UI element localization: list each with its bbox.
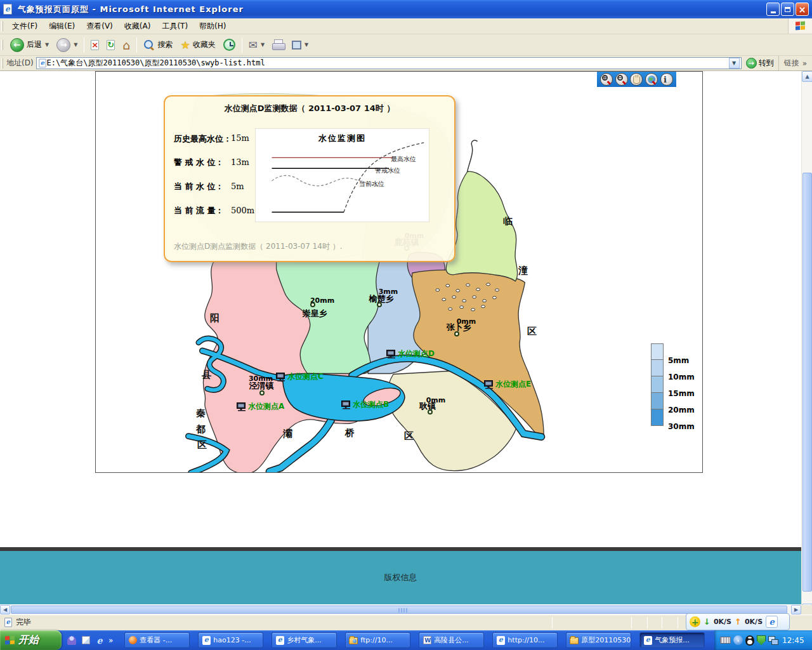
vertical-scroll-thumb[interactable]	[802, 173, 812, 592]
download-arrow-icon: ↓	[704, 617, 710, 627]
station-marker[interactable]: 水位测点E	[484, 379, 531, 390]
print-icon	[272, 41, 284, 51]
info-icon[interactable]: i	[660, 73, 673, 86]
district-label: 都	[196, 423, 206, 435]
pan-hand-icon[interactable]	[630, 73, 643, 86]
task-button-word-doc[interactable]: 高陵县公...	[419, 632, 484, 648]
zoom-out-icon[interactable]: −	[615, 73, 628, 86]
station-data-dialog[interactable]: 水位测点D监测数据（ 2011-03-07 14时 ） 历史最高水位： 15m …	[164, 95, 455, 262]
task-button-ftp[interactable]: ftp://10...	[345, 632, 410, 648]
forward-button[interactable]: → ▼	[53, 36, 81, 54]
favorites-label: 收藏夹	[193, 39, 216, 50]
minimize-button-icon[interactable]	[766, 3, 780, 16]
ie-widget-icon[interactable]: e	[766, 616, 778, 628]
full-extent-globe-icon[interactable]	[645, 73, 658, 86]
task-button-rural-weather[interactable]: 乡村气象...	[272, 632, 337, 648]
horizontal-scroll-thumb[interactable]	[11, 606, 787, 614]
menu-favorites[interactable]: 收藏(A)	[119, 19, 157, 34]
start-label: 开始	[18, 633, 39, 647]
go-button[interactable]: → 转到	[742, 58, 778, 69]
menu-tools[interactable]: 工具(T)	[156, 19, 193, 34]
back-dropdown-icon[interactable]: ▼	[45, 42, 49, 48]
address-dropdown-icon[interactable]: ▼	[729, 58, 740, 69]
search-button[interactable]: 搜索	[140, 37, 176, 53]
go-arrow-icon: →	[746, 58, 757, 69]
station-marker[interactable]: 水位测点C	[276, 371, 324, 382]
district-label: 区	[404, 430, 414, 442]
quick-launch-ie-icon[interactable]: e	[95, 635, 105, 646]
menu-file[interactable]: 文件(F)	[6, 19, 43, 34]
security-shield-icon[interactable]	[757, 635, 766, 646]
mail-icon: ✉	[249, 40, 258, 50]
task-button-weather-prototype[interactable]: 气象预报...	[639, 632, 705, 648]
quick-launch: e »	[62, 635, 118, 646]
mail-button[interactable]: ✉ ▼	[245, 38, 268, 52]
quick-launch-more-icon[interactable]: »	[108, 636, 113, 645]
task-label: 乡村气象...	[287, 635, 322, 645]
station-marker[interactable]: 水位测点A	[237, 401, 284, 412]
history-button[interactable]	[219, 37, 239, 53]
stop-button[interactable]: ×	[87, 38, 103, 52]
dialog-row-value: 15m	[231, 133, 249, 143]
legend-swatch	[651, 376, 664, 393]
ie-page-icon	[202, 636, 211, 645]
edit-button[interactable]: ▼	[288, 39, 312, 51]
quick-launch-messenger-icon[interactable]	[67, 635, 77, 646]
water-level-chart: 水位监测图 最高水位 警戒水位 当前水位	[255, 128, 429, 222]
vertical-scrollbar[interactable]: ▲ ▼	[801, 71, 812, 614]
input-method-keyboard-icon[interactable]	[720, 637, 731, 644]
navigation-toolbar: ← 后退 ▼ → ▼ × ↻ ⌂ 搜索 ★ 收藏夹 ✉ ▼ ▼	[0, 34, 812, 56]
links-bar[interactable]: 链接 »	[778, 56, 812, 70]
links-label: 链接	[784, 58, 799, 69]
dialog-row-label: 当 前 水 位：	[174, 181, 224, 192]
viewer-app-icon	[128, 636, 137, 645]
legend-swatch	[651, 393, 664, 409]
zoom-in-icon[interactable]: +	[600, 73, 613, 86]
menu-view[interactable]: 查看(V)	[81, 19, 119, 34]
links-chevron-icon[interactable]: »	[802, 59, 807, 68]
restore-button-icon[interactable]	[781, 3, 794, 16]
district-label: 秦	[196, 408, 206, 420]
district-label: 县	[202, 369, 211, 381]
town-dot-icon	[377, 302, 382, 307]
start-button[interactable]: 开始	[0, 630, 62, 650]
net-speed-widget[interactable]: + ↓ 0K/S ↑ 0K/S e	[686, 613, 790, 630]
windows-logo-icon	[788, 18, 812, 34]
home-button[interactable]: ⌂	[119, 38, 134, 52]
favorites-star-icon: ★	[180, 40, 190, 50]
system-tray: ‹ 12:45	[714, 630, 812, 650]
scroll-right-icon[interactable]: ▶	[791, 605, 801, 614]
close-button-icon[interactable]: ×	[796, 3, 809, 16]
favorites-button[interactable]: ★ 收藏夹	[176, 37, 219, 52]
network-status-icon[interactable]	[768, 636, 778, 645]
mail-dropdown-icon[interactable]: ▼	[261, 42, 265, 48]
tray-collapse-icon[interactable]: ‹	[733, 635, 743, 645]
horizontal-scrollbar[interactable]: ◀ ▶	[0, 605, 801, 614]
forward-dropdown-icon[interactable]: ▼	[74, 42, 77, 48]
task-button-viewer[interactable]: 查看器 -...	[124, 632, 190, 648]
download-speed: 0K/S	[714, 618, 731, 626]
window-title: 气象预报页面原型 - Microsoft Internet Explorer	[18, 4, 766, 15]
toolbar-grip[interactable]	[1, 40, 3, 50]
scroll-up-icon[interactable]: ▲	[802, 71, 812, 82]
menu-edit[interactable]: 编辑(E)	[43, 19, 81, 34]
task-button-folder[interactable]: 原型20110530	[566, 632, 631, 648]
refresh-button[interactable]: ↻	[103, 38, 119, 52]
print-button[interactable]	[268, 37, 288, 53]
toolbar-grip[interactable]	[1, 21, 3, 31]
station-marker[interactable]: 水位测点B	[341, 399, 389, 410]
address-input[interactable]	[47, 58, 729, 69]
task-button-hao123[interactable]: hao123 -...	[198, 632, 263, 648]
back-button[interactable]: ← 后退 ▼	[6, 36, 53, 54]
quick-launch-show-desktop-icon[interactable]	[81, 635, 91, 646]
edit-icon	[292, 41, 301, 50]
toolbar-grip[interactable]	[1, 58, 3, 69]
qq-penguin-icon[interactable]	[745, 635, 754, 646]
edit-dropdown-icon[interactable]: ▼	[304, 42, 308, 48]
task-button-http[interactable]: http://10...	[492, 632, 558, 648]
windows-flag-icon	[5, 635, 15, 645]
chart-annotation: 当前水位	[359, 180, 384, 189]
station-marker[interactable]: 水位测点D	[386, 348, 435, 359]
scroll-left-icon[interactable]: ◀	[0, 605, 10, 614]
menu-help[interactable]: 帮助(H)	[193, 19, 232, 34]
